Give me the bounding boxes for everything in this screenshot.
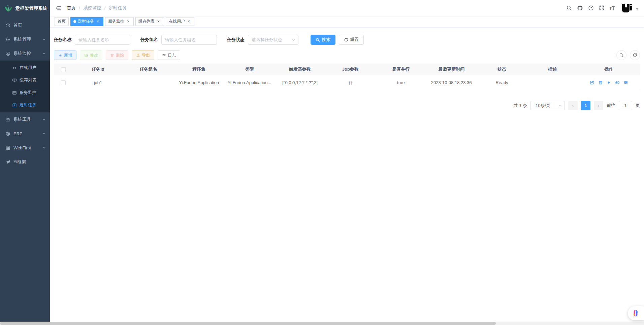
font-size-icon[interactable]: TT	[610, 5, 615, 10]
app-title: 意框架管理系统	[15, 5, 47, 11]
sidebar-subitem-online-users[interactable]: 在线用户	[0, 62, 50, 74]
tab-home[interactable]: 首页	[55, 17, 69, 26]
table-toolbar: ＋ 新增 修改 删除 导出	[54, 50, 640, 60]
search-button[interactable]: 搜索	[311, 35, 335, 45]
page-size-select[interactable]: 10条/页	[530, 101, 565, 110]
prev-page-button[interactable]: ‹	[568, 101, 578, 110]
tab-scheduled-tasks[interactable]: 定时任务 ×	[70, 17, 103, 26]
close-icon[interactable]: ×	[156, 19, 161, 24]
tab-label: 缓存列表	[138, 19, 155, 24]
col-trigger-args: 触发器参数	[275, 64, 325, 75]
search-icon	[316, 38, 320, 42]
breadcrumb-current: 定时任务	[109, 5, 127, 11]
col-task-group: 任务组名	[123, 64, 174, 75]
app-logo[interactable]: 意框架管理系统	[0, 0, 50, 17]
sidebar-item-system-management[interactable]: 系统管理	[0, 32, 50, 46]
log-button-label: 日志	[168, 52, 176, 58]
sidebar-item-label: 系统管理	[13, 36, 39, 42]
close-icon[interactable]: ×	[186, 19, 191, 24]
sidebar-item-webfirst[interactable]: WebFirst	[0, 141, 50, 155]
reset-button-label: 重置	[350, 37, 359, 43]
row-select-cell	[54, 75, 73, 90]
task-status-placeholder: 请选择任务状态	[252, 37, 282, 43]
col-concurrent: 是否并行	[376, 64, 426, 75]
edit-button[interactable]: 修改	[80, 50, 102, 60]
log-button[interactable]: 日志	[158, 50, 180, 60]
search-icon[interactable]	[566, 5, 572, 11]
tab-service-monitor[interactable]: 服务监控 ×	[105, 17, 134, 26]
scrollbar-thumb[interactable]	[0, 322, 496, 325]
cell-trigger-args: ["0 0 0,12 ? * ?",2]	[275, 75, 325, 90]
col-updated: 最后更新时间	[426, 64, 477, 75]
sidebar-subitem-cache-list[interactable]: 缓存列表	[0, 74, 50, 86]
monitor-icon	[5, 51, 10, 56]
fullscreen-icon[interactable]	[599, 5, 605, 11]
add-button[interactable]: ＋ 新增	[54, 50, 76, 60]
table-row[interactable]: job1 Yi.Furion.Application Yi.Furion.App…	[54, 75, 640, 90]
sidebar-subitem-label: 在线用户	[20, 65, 46, 71]
next-page-button[interactable]: ›	[594, 101, 603, 110]
task-status-label: 任务状态	[227, 37, 245, 43]
row-view-icon[interactable]	[615, 80, 620, 85]
horizontal-scrollbar[interactable]	[0, 322, 644, 325]
globe-icon	[5, 131, 10, 136]
close-icon[interactable]: ×	[126, 19, 131, 24]
github-icon[interactable]	[577, 5, 583, 11]
close-icon[interactable]: ×	[95, 19, 100, 24]
task-name-input[interactable]	[75, 35, 130, 45]
help-icon[interactable]	[588, 5, 594, 11]
task-status-select[interactable]: 请选择任务状态	[248, 35, 298, 45]
sidebar-item-label: ERP	[13, 131, 39, 136]
avatar	[621, 3, 633, 13]
breadcrumb: 首页 / 系统监控 / 定时任务	[67, 5, 127, 11]
delete-button-label: 删除	[116, 52, 124, 58]
sidebar-item-system-monitor[interactable]: 系统监控	[0, 46, 50, 61]
sidebar-item-yi-framework[interactable]: Yi框架	[0, 155, 50, 169]
sidebar-subitem-scheduled-tasks[interactable]: 定时任务	[0, 99, 50, 111]
tab-label: 服务监控	[108, 19, 124, 24]
sidebar-submenu-system-monitor: 在线用户 缓存列表 服务监控 定时任务	[0, 61, 50, 112]
sidebar-subitem-service-monitor[interactable]: 服务监控	[0, 86, 50, 99]
user-menu[interactable]: ▼	[621, 3, 639, 13]
cell-description	[527, 75, 578, 90]
sidebar-item-erp[interactable]: ERP	[0, 127, 50, 141]
sidebar-item-label: 系统工具	[13, 116, 39, 122]
row-run-icon[interactable]	[607, 80, 611, 85]
breadcrumb-separator: /	[79, 5, 80, 10]
breadcrumb-home[interactable]: 首页	[67, 5, 76, 11]
gear-icon	[5, 37, 10, 42]
select-all-checkbox[interactable]	[61, 67, 66, 72]
tab-cache-list[interactable]: 缓存列表 ×	[135, 17, 164, 26]
tab-online-users[interactable]: 在线用户 ×	[166, 17, 194, 26]
reset-button[interactable]: 重置	[339, 35, 364, 45]
chevron-down-icon	[292, 38, 295, 42]
row-actions	[578, 80, 640, 85]
row-checkbox[interactable]	[61, 80, 66, 85]
sidebar-item-system-tools[interactable]: 系统工具	[0, 112, 50, 127]
table-header-row: 任务Id 任务组名 程序集 类型 触发器参数 Job参数 是否并行 最后更新时间…	[54, 64, 640, 75]
sidebar-item-label: Yi框架	[13, 159, 46, 165]
row-delete-icon[interactable]	[598, 80, 603, 85]
table-refresh-button[interactable]	[630, 50, 640, 60]
trash-icon	[110, 53, 114, 57]
delete-button[interactable]: 删除	[106, 50, 128, 60]
refresh-icon	[344, 38, 348, 42]
row-log-icon[interactable]	[623, 80, 628, 85]
task-group-input[interactable]	[161, 35, 217, 45]
download-icon	[136, 53, 140, 57]
export-button-label: 导出	[142, 52, 150, 58]
page-1-button[interactable]: 1	[581, 101, 590, 110]
export-button[interactable]: 导出	[132, 50, 154, 60]
table-search-toggle-button[interactable]	[616, 50, 626, 60]
sidebar-item-home[interactable]: 首页	[0, 18, 50, 32]
filter-form: 任务名称 任务组名 任务状态 请选择任务状态 搜	[54, 35, 640, 45]
sidebar-item-label: 首页	[13, 22, 46, 28]
goto-page-input[interactable]	[619, 101, 632, 110]
row-edit-icon[interactable]	[590, 80, 594, 85]
add-button-label: 新增	[64, 52, 72, 58]
navbar-actions: TT ▼	[566, 3, 639, 13]
hamburger-icon[interactable]	[55, 5, 61, 11]
breadcrumb-system-monitor: 系统监控	[83, 5, 101, 11]
chevron-down-icon	[42, 38, 46, 41]
ai-assistant-button[interactable]	[628, 306, 644, 320]
